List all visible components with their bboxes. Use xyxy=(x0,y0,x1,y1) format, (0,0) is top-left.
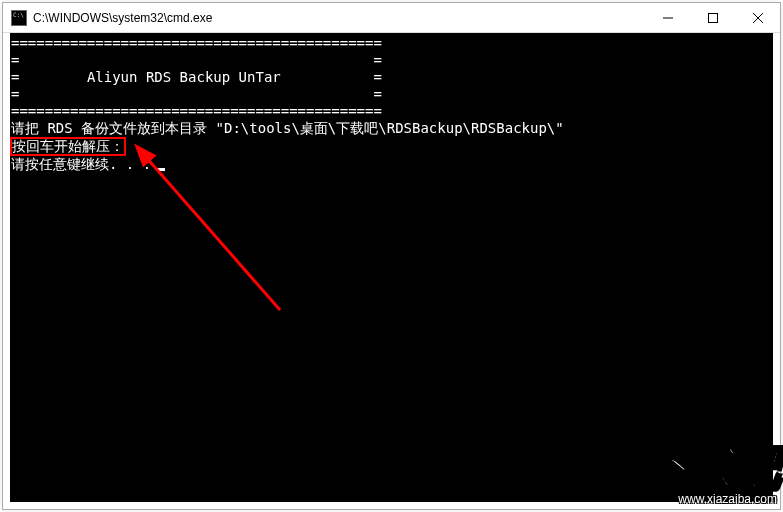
cursor xyxy=(157,168,165,171)
window-controls xyxy=(645,3,780,32)
cmd-icon xyxy=(11,10,27,26)
window-title: C:\WINDOWS\system32\cmd.exe xyxy=(33,11,645,25)
banner-title: Aliyun RDS Backup UnTar xyxy=(87,69,281,85)
console-divider: ========================================… xyxy=(11,35,773,52)
minimize-button[interactable] xyxy=(645,3,690,32)
console-divider: ========================================… xyxy=(11,103,773,120)
titlebar[interactable]: C:\WINDOWS\system32\cmd.exe xyxy=(3,3,780,33)
console-banner-row: = = xyxy=(11,52,773,69)
console-banner-title-row: = Aliyun RDS Backup UnTar = xyxy=(11,69,773,86)
highlighted-text: 按回车开始解压： xyxy=(10,137,126,156)
close-button[interactable] xyxy=(735,3,780,32)
maximize-button[interactable] xyxy=(690,3,735,32)
console-instruction: 请把 RDS 备份文件放到本目录 "D:\tools\桌面\下载吧\RDSBac… xyxy=(11,120,773,137)
console-prompt-line: 按回车开始解压： xyxy=(11,137,773,156)
console-continue-line: 请按任意键继续. . . xyxy=(11,156,773,173)
console-output[interactable]: ========================================… xyxy=(10,33,773,502)
console-banner-row: = = xyxy=(11,86,773,103)
svg-rect-1 xyxy=(708,13,717,22)
cmd-window: C:\WINDOWS\system32\cmd.exe ============… xyxy=(2,2,781,510)
